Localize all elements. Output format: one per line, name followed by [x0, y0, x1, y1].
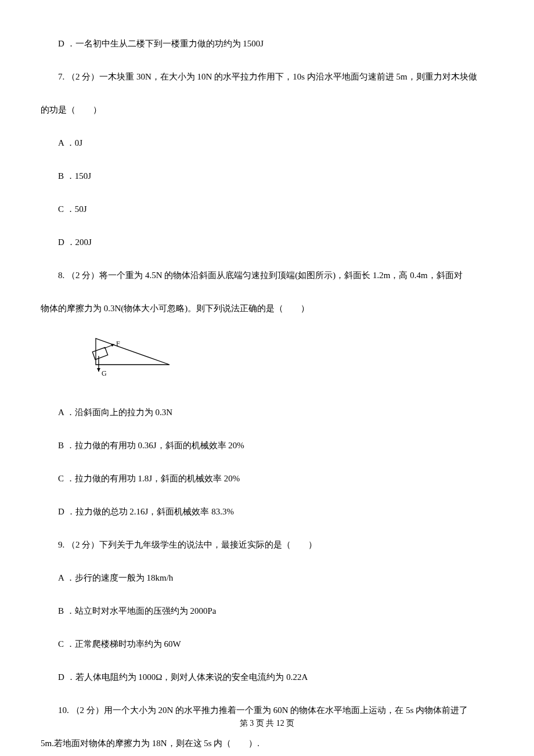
- q7-option-c: C ．50J: [58, 201, 493, 217]
- q7-option-d: D ．200J: [58, 235, 493, 250]
- q8-option-d: D ．拉力做的总功 2.16J，斜面机械效率 83.3%: [58, 504, 493, 520]
- q7-option-a: A ．0J: [58, 135, 493, 151]
- q9-stem: 9. （2 分）下列关于九年级学生的说法中，最接近实际的是（ ）: [58, 537, 493, 553]
- force-g-label: G: [102, 369, 107, 377]
- q7-stem-line1: 7. （2 分）一木块重 30N，在大小为 10N 的水平拉力作用下，10s 内…: [58, 69, 493, 85]
- page-footer: 第 3 页 共 12 页: [0, 716, 534, 730]
- svg-rect-1: [92, 347, 107, 359]
- q8-stem-line1: 8. （2 分）将一个重为 4.5N 的物体沿斜面从底端匀速拉到顶端(如图所示)…: [58, 268, 493, 283]
- incline-diagram: F G: [90, 334, 493, 383]
- svg-marker-5: [97, 368, 100, 372]
- q8-option-b: B ．拉力做的有用功 0.36J，斜面的机械效率 20%: [58, 438, 493, 453]
- q8-option-a: A ．沿斜面向上的拉力为 0.3N: [58, 405, 493, 420]
- q9-option-a: A ．步行的速度一般为 18km/h: [58, 570, 493, 586]
- q9-option-b: B ．站立时对水平地面的压强约为 2000Pa: [58, 603, 493, 619]
- q9-option-d: D ．若人体电阻约为 1000Ω，则对人体来说的安全电流约为 0.22A: [58, 669, 493, 685]
- q10-stem-line2: 5m.若地面对物体的摩擦力为 18N，则在这 5s 内（ ）.: [41, 736, 493, 751]
- q7-option-b: B ．150J: [58, 168, 493, 184]
- force-f-label: F: [116, 340, 120, 348]
- q7-stem-line2: 的功是（ ）: [41, 102, 493, 118]
- q6-option-d: D ．一名初中生从二楼下到一楼重力做的功约为 1500J: [58, 36, 493, 52]
- q8-option-c: C ．拉力做的有用功 1.8J，斜面的机械效率 20%: [58, 471, 493, 487]
- incline-svg-icon: F G: [90, 334, 174, 377]
- q9-option-c: C ．正常爬楼梯时功率约为 60W: [58, 636, 493, 652]
- q8-stem-line2: 物体的摩擦力为 0.3N(物体大小可忽略)。则下列说法正确的是（ ）: [41, 301, 493, 316]
- page-content: D ．一名初中生从二楼下到一楼重力做的功约为 1500J 7. （2 分）一木块…: [0, 0, 534, 756]
